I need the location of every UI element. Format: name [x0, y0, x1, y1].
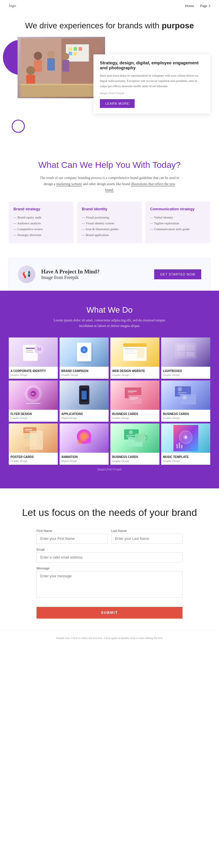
- help-title: What Can We Help You With Today?: [9, 159, 210, 170]
- contact-section: Let us focus on the needs of your brand …: [0, 488, 219, 630]
- svg-rect-31: [123, 343, 147, 347]
- list-item[interactable]: BUSINESS CARDS Graphic Design: [110, 380, 159, 422]
- portfolio-thumb-poster: [9, 424, 58, 453]
- svg-rect-48: [128, 391, 137, 392]
- svg-rect-14: [62, 60, 69, 72]
- svg-rect-51: [130, 398, 138, 398]
- svg-rect-75: [126, 435, 135, 436]
- svg-rect-68: [30, 431, 43, 450]
- svg-rect-40: [186, 352, 194, 356]
- portfolio-info: APPLICATIONS Digital Design: [60, 410, 109, 422]
- message-group: Message: [36, 566, 182, 599]
- svg-rect-17: [21, 84, 102, 97]
- svg-rect-18: [21, 84, 102, 85]
- svg-rect-63: [25, 429, 32, 430]
- list-item[interactable]: LIGHTBOXES Graphic Design: [161, 338, 210, 379]
- portfolio-thumb-web: [110, 338, 159, 367]
- svg-rect-45: [26, 403, 41, 404]
- portfolio-info: POSTER CARDS Graphic Design: [9, 453, 58, 465]
- web-thumb-svg: [122, 339, 148, 365]
- brand-strategy-list: Brand equity audit Audience analysis Com…: [13, 215, 69, 238]
- svg-rect-85: [181, 445, 182, 448]
- svg-rect-28: [80, 355, 88, 356]
- contact-form: First Name Last Name Email Message SUBMI…: [36, 529, 182, 619]
- svg-rect-29: [81, 357, 87, 358]
- portfolio-thumb-corporate: M: [9, 338, 58, 367]
- hero-box-body: Duis aute irure dolor in reprehenderit i…: [100, 73, 204, 89]
- svg-text:b: b: [83, 348, 85, 351]
- svg-rect-5: [74, 47, 77, 51]
- svg-text:N: N: [184, 396, 185, 399]
- brand-identity-list: Visual positioning Visual identity syste…: [82, 215, 137, 238]
- get-started-button[interactable]: GET STARTED NOW: [154, 269, 201, 279]
- email-input[interactable]: [36, 553, 182, 562]
- svg-rect-83: [176, 444, 178, 448]
- portfolio-info: ANIMATION Digital Design: [60, 453, 109, 465]
- list-item[interactable]: N N BUSINESS CARDS Graphic Design: [161, 380, 210, 422]
- submit-button[interactable]: SUBMIT: [36, 607, 182, 619]
- list-item[interactable]: b BRAND CAMPAIGN Graphic Design: [60, 338, 109, 379]
- svg-text:M: M: [37, 347, 41, 351]
- list-item[interactable]: MUSIC TEMPLATE Graphic Design: [161, 424, 210, 465]
- nav-links: Home Page 3: [185, 3, 210, 8]
- communication-strategy-list: Verbal identity Tagline exploration Comm…: [150, 215, 206, 232]
- svg-rect-76: [126, 437, 132, 437]
- portfolio-info: LIGHTBOXES Graphic Design: [161, 367, 210, 379]
- list-item[interactable]: 99+ FLYER DESIGN Graphic Design: [9, 380, 58, 422]
- message-input[interactable]: [36, 571, 182, 597]
- svg-rect-6: [78, 47, 82, 51]
- list-item[interactable]: APPLICATIONS Digital Design: [60, 380, 109, 422]
- what-we-do-section: What We Do Lorem ipsum dolor sit amet, c…: [0, 291, 219, 488]
- portfolio-thumb-lightboxes: [161, 338, 210, 367]
- portfolio-thumb-brand: b: [60, 338, 109, 367]
- help-card-brand-strategy: Brand strategy Brand equity audit Audien…: [9, 202, 74, 243]
- logo: logo: [9, 3, 16, 8]
- biz2-thumb-svg: N N: [174, 382, 198, 408]
- list-item[interactable]: M A CORPORATE IDENTITY Graphic Design: [9, 338, 58, 379]
- svg-rect-4: [69, 47, 72, 51]
- portfolio-thumb-flyer: 99+: [9, 380, 58, 410]
- footer-note: Sample text. Click to select the text bo…: [0, 630, 219, 646]
- last-name-input[interactable]: [111, 534, 182, 544]
- svg-rect-33: [125, 351, 135, 351]
- first-name-input[interactable]: [36, 534, 108, 544]
- whatwedo-subtitle: Lorem ipsum dolor sit amet, consectetur …: [51, 318, 168, 329]
- svg-text:99+: 99+: [32, 393, 35, 395]
- name-row: First Name Last Name: [36, 529, 182, 544]
- list-item[interactable]: ANIMATION Digital Design: [60, 424, 109, 465]
- biz1-thumb-svg: [123, 382, 147, 408]
- svg-rect-37: [177, 345, 185, 351]
- svg-rect-8: [74, 52, 77, 55]
- svg-point-71: [85, 438, 92, 444]
- project-banner-left: 📢 Have A Project In Mind? Image from Fre…: [18, 266, 100, 283]
- nav-home[interactable]: Home: [185, 3, 194, 8]
- help-section: What Can We Help You With Today? The res…: [0, 145, 219, 258]
- learn-more-button[interactable]: LEARN MORE: [100, 99, 135, 108]
- list-item[interactable]: BUSINESS CARDS Graphic Design: [110, 424, 159, 465]
- portfolio-info: FLYER DESIGN Graphic Design: [9, 410, 58, 422]
- poster-thumb-svg: [21, 425, 46, 451]
- hero-content: Strategy, design, digital, employee enga…: [9, 37, 210, 114]
- portfolio-info: WEB DESIGN WEBSITE Graphic Design: [110, 367, 159, 379]
- portfolio-thumb-biz2: N N: [161, 380, 210, 410]
- svg-rect-84: [179, 442, 180, 448]
- svg-rect-20: [26, 348, 35, 349]
- portfolio-thumb-biz1: [110, 380, 159, 410]
- svg-rect-56: [178, 393, 187, 393]
- svg-point-74: [129, 430, 133, 434]
- brand-card: b: [77, 342, 92, 362]
- svg-rect-78: [135, 434, 145, 442]
- svg-rect-58: [180, 394, 196, 404]
- svg-rect-39: [177, 352, 185, 356]
- list-item[interactable]: POSTER CARDS Graphic Design: [9, 424, 58, 465]
- email-label: Email: [36, 548, 182, 551]
- help-card-communication-strategy: Communication strategy Verbal identity T…: [145, 202, 210, 243]
- first-name-group: First Name: [36, 529, 108, 544]
- animation-thumb-svg: [72, 425, 96, 451]
- contact-title: Let us focus on the needs of your brand: [9, 506, 210, 519]
- svg-point-82: [185, 436, 187, 438]
- svg-rect-12: [47, 58, 55, 70]
- nav-page3[interactable]: Page 3: [200, 3, 210, 8]
- portfolio-grid: M A CORPORATE IDENTITY Graphic Design b: [9, 338, 210, 465]
- list-item[interactable]: WEB DESIGN WEBSITE Graphic Design: [110, 338, 159, 379]
